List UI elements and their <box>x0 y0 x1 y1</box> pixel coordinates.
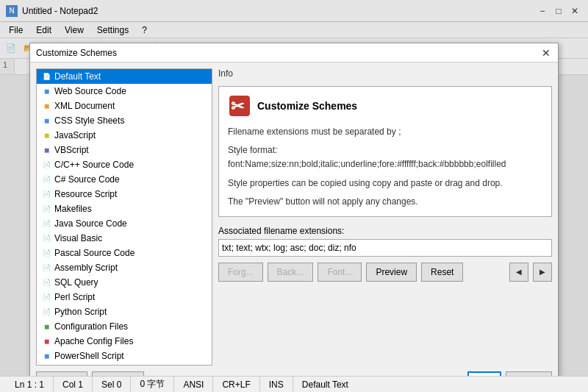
info-section-label: Info <box>218 68 552 79</box>
scheme-icon-apache: ◼ <box>41 336 51 346</box>
info-line4: The "Preview" button will not apply any … <box>228 195 542 209</box>
preview-button[interactable]: Preview <box>366 263 417 282</box>
scheme-icon-cpp: 📄 <box>41 160 51 170</box>
scheme-label-10: Java Source Code <box>54 218 127 229</box>
scheme-icon-xml: ◼ <box>41 101 51 111</box>
info-panel: Info ✂ Customize Schemes Filename extens… <box>218 68 552 366</box>
scheme-item-vbasic[interactable]: 📄 Visual Basic <box>37 231 212 246</box>
scheme-item-powershell[interactable]: ◼ PowerShell Script <box>37 349 212 363</box>
customize-schemes-dialog: Customize Schemes ✕ 📄 Default Text ◼ Web… <box>29 43 559 392</box>
scheme-item-pascal[interactable]: 📄 Pascal Source Code <box>37 246 212 260</box>
info-line1: Filename extensions must be separated by… <box>228 125 542 139</box>
scheme-label-19: PowerShell Script <box>54 351 124 361</box>
filename-ext-input[interactable] <box>218 239 552 257</box>
scheme-item-config[interactable]: ◼ Configuration Files <box>37 319 212 334</box>
status-line-ending: CR+LF <box>213 377 259 392</box>
scheme-label-2: XML Document <box>54 101 115 111</box>
scheme-label-17: Configuration Files <box>54 321 128 332</box>
scheme-label-16: Python Script <box>54 307 107 317</box>
dialog-body: 📄 Default Text ◼ Web Source Code ◼ XML D… <box>30 63 558 371</box>
dialog-title-bar: Customize Schemes ✕ <box>30 43 558 63</box>
scheme-icon-js: ◼ <box>41 130 51 140</box>
scheme-label-7: C# Source Code <box>54 174 120 185</box>
scheme-label-9: Makefiles <box>54 204 92 214</box>
scheme-icon-css: ◼ <box>41 115 51 126</box>
info-logo-icon: ✂ <box>228 94 251 118</box>
nav-prev-button[interactable]: ◀ <box>509 263 528 282</box>
scheme-item-cpp[interactable]: 📄 C/C++ Source Code <box>37 157 212 172</box>
scheme-icon-asm: 📄 <box>41 263 51 273</box>
filename-ext-label: Associated filename extensions: <box>218 226 552 236</box>
reset-button[interactable]: Reset <box>421 263 463 282</box>
scheme-label-8: Resource Script <box>54 189 117 199</box>
scheme-item-python[interactable]: 📄 Python Script <box>37 304 212 319</box>
status-bar: Ln 1 : 1 Col 1 Sel 0 0 字节 ANSI CR+LF INS… <box>0 376 588 392</box>
scheme-item-makefiles[interactable]: 📄 Makefiles <box>37 202 212 216</box>
scheme-label-18: Apache Config Files <box>54 336 133 346</box>
scheme-buttons-row: Forg... Back... Font... Preview Reset ◀ … <box>218 263 552 282</box>
scheme-icon-pascal: 📄 <box>41 248 51 258</box>
status-scheme: Default Text <box>293 377 357 392</box>
scheme-item-xml[interactable]: ◼ XML Document <box>37 99 212 113</box>
scheme-icon-py: 📄 <box>41 307 51 317</box>
scheme-icon-default: 📄 <box>41 71 51 82</box>
scheme-icon-vbs: ◼ <box>41 145 51 155</box>
info-style-format: Style format: font:Name;size:nn;bold;ita… <box>228 143 542 171</box>
info-style-value: font:Name;size:nn;bold;italic;underline;… <box>228 159 506 169</box>
scheme-item-assembly[interactable]: 📄 Assembly Script <box>37 260 212 275</box>
scheme-item-resource[interactable]: 📄 Resource Script <box>37 187 212 202</box>
scheme-label-4: JavaScript <box>54 130 96 140</box>
back-button[interactable]: Back... <box>268 263 314 282</box>
scheme-item-batch[interactable]: 📄 Batch Files <box>37 363 212 366</box>
scheme-icon-rc: 📄 <box>41 189 51 199</box>
dialog-close-button[interactable]: ✕ <box>540 47 552 59</box>
scheme-icon-make: 📄 <box>41 204 51 214</box>
font-button[interactable]: Font... <box>318 263 362 282</box>
status-encoding: ANSI <box>174 377 213 392</box>
scheme-icon-ps: ◼ <box>41 351 51 361</box>
scheme-label-6: C/C++ Source Code <box>54 160 134 170</box>
info-style-label: Style format: <box>228 145 277 155</box>
status-ins: INS <box>260 377 293 392</box>
scheme-label-0: Default Text <box>54 71 101 82</box>
scheme-item-default-text[interactable]: 📄 Default Text <box>37 69 212 84</box>
scheme-label-5: VBScript <box>54 145 89 155</box>
scheme-item-java[interactable]: 📄 Java Source Code <box>37 216 212 231</box>
scheme-list[interactable]: 📄 Default Text ◼ Web Source Code ◼ XML D… <box>36 68 212 366</box>
filename-ext-section: Associated filename extensions: <box>218 223 552 257</box>
scheme-item-web-source[interactable]: ◼ Web Source Code <box>37 84 212 99</box>
status-col: Col 1 <box>54 377 93 392</box>
dialog-backdrop: Customize Schemes ✕ 📄 Default Text ◼ Web… <box>0 0 588 392</box>
scheme-item-perl[interactable]: 📄 Perl Script <box>37 290 212 304</box>
scheme-item-apache[interactable]: ◼ Apache Config Files <box>37 334 212 349</box>
scheme-label-13: Assembly Script <box>54 263 118 273</box>
info-line3: Style properties can be copied using cop… <box>228 177 542 190</box>
info-box: ✂ Customize Schemes Filename extensions … <box>218 86 552 217</box>
scheme-item-css[interactable]: ◼ CSS Style Sheets <box>37 113 212 128</box>
forg-button[interactable]: Forg... <box>218 263 263 282</box>
scheme-icon-web: ◼ <box>41 86 51 96</box>
svg-text:✂: ✂ <box>231 97 245 115</box>
scheme-icon-cfg: ◼ <box>41 321 51 332</box>
scheme-item-csharp[interactable]: 📄 C# Source Code <box>37 172 212 187</box>
scheme-icon-cs: 📄 <box>41 174 51 185</box>
scheme-icon-sql: 📄 <box>41 277 51 288</box>
scheme-label-12: Pascal Source Code <box>54 248 135 258</box>
dialog-title: Customize Schemes <box>36 48 117 58</box>
scheme-label-14: SQL Query <box>54 277 98 288</box>
scheme-icon-perl: 📄 <box>41 292 51 302</box>
status-sel: Sel 0 <box>93 377 131 392</box>
scheme-item-vbscript[interactable]: ◼ VBScript <box>37 143 212 157</box>
scheme-icon-vb: 📄 <box>41 233 51 243</box>
scheme-label-11: Visual Basic <box>54 233 102 243</box>
status-chars: 0 字节 <box>131 377 174 392</box>
scheme-label-3: CSS Style Sheets <box>54 115 124 126</box>
info-title: Customize Schemes <box>257 100 357 112</box>
scheme-item-javascript[interactable]: ◼ JavaScript <box>37 128 212 143</box>
scheme-label-15: Perl Script <box>54 292 95 302</box>
status-ln: Ln 1 : 1 <box>6 377 54 392</box>
nav-next-button[interactable]: ▶ <box>533 263 552 282</box>
info-header: ✂ Customize Schemes <box>228 94 542 118</box>
scheme-item-sql[interactable]: 📄 SQL Query <box>37 275 212 290</box>
scheme-icon-java: 📄 <box>41 218 51 229</box>
